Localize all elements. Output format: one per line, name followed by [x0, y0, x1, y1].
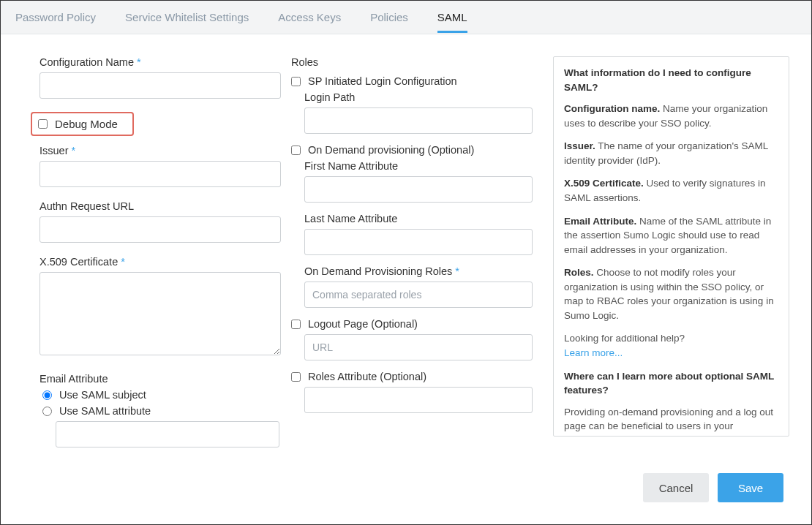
sp-initiated-checkbox[interactable] — [291, 77, 301, 86]
sp-initiated-label: SP Initiated Login Configuration — [308, 75, 457, 87]
help-roles-head: Roles. — [564, 267, 594, 278]
tab-access-keys[interactable]: Access Keys — [278, 2, 341, 33]
on-demand-roles-input[interactable] — [304, 282, 533, 308]
saml-form: Configuration Name * Debug Mode Issuer *… — [19, 34, 793, 444]
radio-use-saml-subject[interactable] — [42, 390, 52, 400]
tab-saml[interactable]: SAML — [437, 2, 467, 33]
logout-page-checkbox[interactable] — [291, 320, 301, 329]
login-path-input[interactable] — [304, 107, 533, 134]
on-demand-roles-label: On Demand Provisioning Roles * — [304, 265, 546, 277]
last-name-attribute-label: Last Name Attribute — [304, 213, 546, 224]
roles-attribute-label: Roles Attribute (Optional) — [308, 371, 426, 382]
radio-use-saml-subject-label: Use SAML subject — [59, 389, 146, 401]
on-demand-provisioning-checkbox[interactable] — [291, 146, 301, 155]
help-email-head: Email Attribute. — [564, 216, 636, 227]
radio-use-saml-attribute-label: Use SAML attribute — [59, 405, 151, 417]
configuration-name-label: Configuration Name * — [40, 56, 275, 68]
x509-label: X.509 Certificate * — [40, 256, 275, 268]
help-additional: Looking for additional help? — [564, 333, 685, 344]
help-on-demand-body: Providing on-demand provisioning and a l… — [564, 405, 778, 437]
learn-more-link[interactable]: Learn more... — [564, 347, 623, 358]
help-x509-head: X.509 Certificate. — [564, 178, 644, 189]
roles-attribute-input[interactable] — [304, 387, 533, 413]
authn-request-url-label: Authn Request URL — [40, 200, 275, 212]
logout-page-input[interactable] — [304, 334, 533, 360]
footer-buttons: Cancel Save — [643, 473, 783, 502]
roles-label: Roles — [291, 56, 546, 68]
issuer-label: Issuer * — [40, 145, 275, 156]
tab-policies[interactable]: Policies — [370, 2, 408, 33]
saml-attribute-input[interactable] — [56, 421, 279, 447]
help-roles-body: Choose to not modify roles your organiza… — [564, 267, 774, 321]
logout-page-label: Logout Page (Optional) — [308, 318, 418, 330]
debug-mode-checkbox[interactable] — [38, 119, 48, 129]
on-demand-provisioning-label: On Demand provisioning (Optional) — [308, 144, 474, 156]
cancel-button[interactable]: Cancel — [643, 473, 709, 502]
save-button[interactable]: Save — [718, 473, 783, 502]
login-path-label: Login Path — [304, 91, 546, 103]
tab-bar: Password Policy Service Whitelist Settin… — [1, 1, 811, 34]
tab-password-policy[interactable]: Password Policy — [15, 2, 96, 33]
help-question-1: What information do I need to configure … — [564, 66, 778, 94]
tab-service-whitelist[interactable]: Service Whitelist Settings — [125, 2, 249, 33]
last-name-attribute-input[interactable] — [304, 229, 533, 255]
help-question-2: Where can I learn more about optional SA… — [564, 369, 778, 398]
first-name-attribute-label: First Name Attribute — [304, 160, 546, 172]
configuration-name-input[interactable] — [40, 72, 281, 99]
debug-mode-label: Debug Mode — [55, 118, 118, 130]
first-name-attribute-input[interactable] — [304, 176, 533, 203]
issuer-input[interactable] — [40, 161, 281, 187]
help-issuer-body: The name of your organization's SAML ide… — [564, 140, 768, 166]
help-panel-scroll[interactable]: What information do I need to configure … — [554, 57, 789, 437]
x509-certificate-input[interactable] — [40, 272, 281, 355]
email-attribute-label: Email Attribute — [40, 373, 275, 385]
debug-mode-highlight: Debug Mode — [31, 112, 134, 136]
authn-request-url-input[interactable] — [40, 216, 281, 243]
help-panel: What information do I need to configure … — [553, 56, 789, 437]
help-config-name-head: Configuration name. — [564, 103, 660, 114]
roles-attribute-checkbox[interactable] — [291, 372, 301, 382]
radio-use-saml-attribute[interactable] — [42, 407, 52, 416]
help-issuer-head: Issuer. — [564, 140, 595, 151]
